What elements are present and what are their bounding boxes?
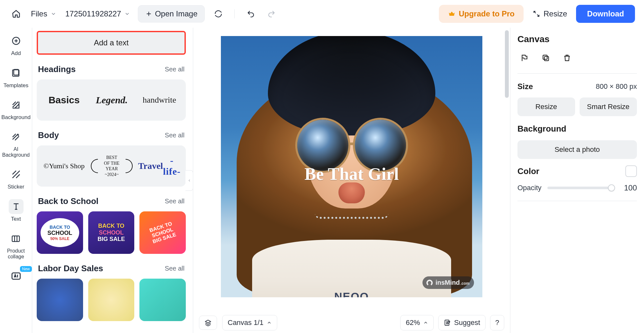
size-value: 800 × 800 px [596,82,637,91]
opacity-slider[interactable] [547,187,614,189]
left-rail: Add Templates Background AI Background S… [0,28,32,333]
suggest-label: Suggest [454,319,480,327]
lips-layer [338,182,365,203]
chevron-down-icon [51,11,56,17]
left-panel-collapse[interactable] [185,170,193,191]
upgrade-button[interactable]: Upgrade to Pro [439,5,524,23]
bts-thumb-1[interactable]: BACK TO SCHOOL 50% SALE [37,211,83,254]
rail-ai-background-label: AI Background [2,146,30,158]
canvas[interactable]: NEOO Be That Girl insMind.com [221,36,482,297]
bts-thumb-2[interactable]: BACK TO SCHOOL BIG SALE [88,211,135,254]
scrollbar-thumb[interactable] [505,30,509,98]
redo-icon[interactable] [264,7,279,21]
flag-icon[interactable] [517,51,532,65]
bts2-l2: SCHOOL [98,229,125,236]
canvas-viewport[interactable]: NEOO Be That Girl insMind.com [193,28,510,312]
trash-icon[interactable] [560,51,574,65]
zoom-dropdown[interactable]: 62% [400,315,434,330]
resize-label: Resize [544,9,567,18]
sticker-icon [9,167,24,182]
resize-button[interactable]: Resize [533,9,567,18]
watermark-suffix: .com [460,281,469,286]
bts-see-all[interactable]: See all [165,198,185,205]
body-thumb-yumi[interactable]: ©Yumi's Shop [43,153,85,179]
watermark: insMind.com [422,276,474,289]
rail-text[interactable]: Text [9,199,24,222]
bts2-l1: BACK TO [98,223,125,229]
rail-ai-text[interactable]: New [9,269,24,283]
watermark-text: insMind [435,279,460,286]
open-image-button[interactable]: Open Image [138,5,205,23]
rail-background-label: Background [1,114,31,121]
canvas-headline[interactable]: Be That Girl [221,164,482,184]
canvas-area: NEOO Be That Girl insMind.com [193,28,510,333]
files-dropdown[interactable]: Files [30,7,58,20]
canvas-page-label: Canvas 1/1 [228,319,263,327]
body-thumb-best-year[interactable]: BEST OF THE YEAR ~2024~ [91,153,133,179]
chevron-down-icon [124,11,130,17]
travel-line-2: -life- [163,155,181,177]
rail-ai-background[interactable]: AI Background [2,130,30,158]
download-label: Download [587,9,624,18]
body-see-all[interactable]: See all [165,132,185,139]
section-body: Body See all ©Yumi's Shop BEST OF THE YE… [37,130,186,187]
templates-icon [8,66,23,80]
left-panel: Add a text Headings See all Basics Legen… [32,28,193,333]
canvas-footer: Canvas 1/1 62% Suggest ? [193,312,510,333]
separator [517,73,637,74]
chevron-up-icon [423,320,428,325]
resize-icon [533,10,540,18]
labor-thumb-2[interactable] [88,279,135,321]
section-labor-day: Labor Day Sales See all [37,264,186,321]
heading-thumb-handwrite[interactable]: handwrite [138,87,180,113]
undo-icon[interactable] [244,7,258,21]
select-photo-button[interactable]: Select a photo [517,140,637,159]
labor-thumb-3[interactable] [139,279,186,321]
canvas-page-dropdown[interactable]: Canvas 1/1 [222,315,277,330]
rail-add[interactable]: Add [9,33,24,57]
lens-left [297,120,348,171]
collage-icon [8,231,23,246]
labor-thumb-1[interactable] [37,279,83,321]
tee-layer: NEOO [252,240,451,297]
layers-icon [204,319,212,326]
opacity-knob[interactable] [608,184,615,191]
body-thumb-travel[interactable]: Travel -life- [138,153,180,179]
headings-see-all[interactable]: See all [165,66,185,73]
left-panel-scroll[interactable]: Add a text Headings See all Basics Legen… [37,31,188,333]
help-button[interactable]: ? [490,315,504,330]
home-icon[interactable] [9,7,23,21]
smart-resize-button[interactable]: Smart Resize [580,97,637,116]
rail-product-collage[interactable]: Product collage [7,231,25,260]
opacity-label: Opacity [517,184,542,192]
sync-icon[interactable] [211,7,225,21]
rail-templates-label: Templates [4,82,28,89]
travel-line-1: Travel [138,161,163,171]
suggest-button[interactable]: Suggest [438,315,486,330]
rail-background[interactable]: Background [1,97,31,121]
canvas-vscroll[interactable] [504,30,509,293]
rail-templates[interactable]: Templates [4,66,28,89]
labor-see-all[interactable]: See all [165,265,185,272]
heading-thumb-legend[interactable]: Legend. [91,87,133,113]
bts-thumb-3[interactable]: BACK TO SCHOOL BIG SALE [139,211,186,254]
download-button[interactable]: Download [576,5,635,23]
text-icon [9,199,24,214]
duplicate-icon[interactable] [539,51,553,65]
resize-panel-button[interactable]: Resize [517,97,575,116]
smart-resize-label: Smart Resize [587,103,630,111]
rail-sticker[interactable]: Sticker [8,167,24,190]
heading-thumb-basics[interactable]: Basics [43,87,85,113]
body-card: ©Yumi's Shop BEST OF THE YEAR ~2024~ Tra… [37,145,186,187]
svg-rect-7 [543,55,547,59]
bts-title: Back to School [38,196,99,206]
add-text-button[interactable]: Add a text [37,31,186,55]
layers-button[interactable] [199,316,217,330]
toolbar-separator [234,9,235,18]
labor-title: Labor Day Sales [38,264,103,273]
document-name-dropdown[interactable]: 1725011928227 [64,7,132,20]
rp-title: Canvas [517,34,637,44]
color-swatch[interactable] [625,165,637,177]
size-label: Size [517,82,533,91]
select-photo-label: Select a photo [554,145,600,153]
